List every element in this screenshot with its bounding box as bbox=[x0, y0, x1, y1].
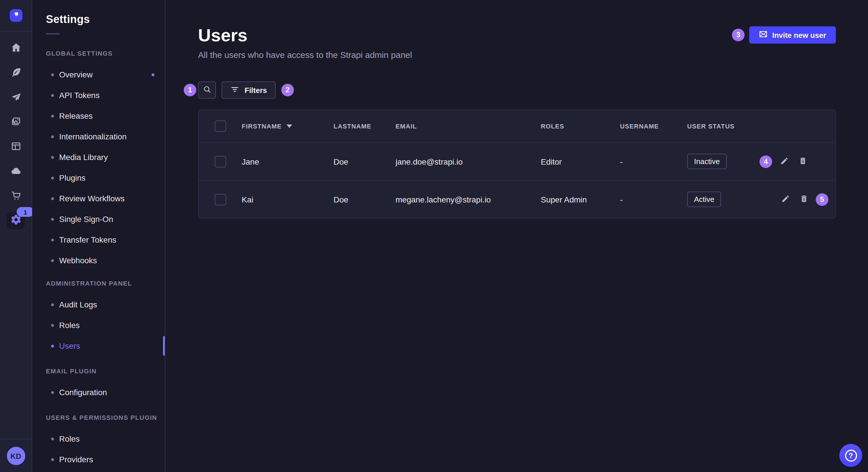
section-administration-panel: ADMINISTRATION PANEL bbox=[32, 280, 165, 287]
administration-panel-list: Audit Logs Roles Users bbox=[32, 294, 165, 356]
invite-row: 3 Invite new user bbox=[732, 26, 836, 43]
page-header: Users All the users who have access to t… bbox=[198, 0, 836, 60]
tour-badge-3[interactable]: 3 bbox=[732, 29, 745, 41]
invite-new-user-button[interactable]: Invite new user bbox=[749, 26, 836, 43]
rail-divider bbox=[0, 31, 32, 32]
pencil-icon bbox=[780, 156, 788, 167]
active-item-indicator bbox=[163, 336, 165, 356]
table-row[interactable]: Jane Doe jane.doe@strapi.io Editor - Ina… bbox=[198, 142, 835, 180]
sidebar-item-users[interactable]: Users bbox=[32, 336, 165, 356]
section-global-settings: GLOBAL SETTINGS bbox=[32, 50, 165, 57]
strapi-admin-app: 1 KD Settings GLOBAL SETTINGS Overview A… bbox=[0, 0, 868, 472]
nav-home-button[interactable] bbox=[10, 42, 22, 54]
row-checkbox[interactable] bbox=[215, 194, 226, 205]
rail-nav: 1 bbox=[7, 42, 25, 439]
filters-button[interactable]: Filters bbox=[222, 81, 276, 99]
column-header-user-status[interactable]: USER STATUS bbox=[687, 123, 753, 130]
sidebar-item-up-roles[interactable]: Roles bbox=[32, 429, 165, 449]
sidebar-item-configuration[interactable]: Configuration bbox=[32, 382, 165, 403]
cell-lastname: Doe bbox=[334, 195, 396, 204]
cell-roles: Editor bbox=[541, 157, 620, 166]
nav-releases-button[interactable] bbox=[10, 92, 22, 103]
main-nav-rail: 1 KD bbox=[0, 0, 32, 472]
table-row[interactable]: Kai Doe megane.lacheny@strapi.io Super A… bbox=[198, 180, 835, 218]
sidebar-item-releases[interactable]: Releases bbox=[32, 105, 165, 126]
row-checkbox[interactable] bbox=[215, 156, 226, 167]
sidebar-item-review-workflows[interactable]: Review Workflows bbox=[32, 188, 165, 209]
sidebar-item-transfer-tokens[interactable]: Transfer Tokens bbox=[32, 229, 165, 250]
search-icon bbox=[203, 85, 212, 96]
main-content: Users All the users who have access to t… bbox=[165, 0, 868, 472]
nav-marketplace-button[interactable] bbox=[10, 191, 22, 202]
nav-media-library-button[interactable] bbox=[10, 116, 22, 128]
sidebar-item-api-tokens[interactable]: API Tokens bbox=[32, 85, 165, 105]
pictures-icon bbox=[10, 115, 22, 129]
pencil-icon bbox=[781, 194, 789, 204]
tour-badge-4[interactable]: 4 bbox=[760, 155, 772, 168]
sidebar-item-media-library[interactable]: Media Library bbox=[32, 147, 165, 167]
delete-user-button[interactable] bbox=[796, 155, 809, 168]
delete-user-button[interactable] bbox=[797, 193, 810, 206]
sidebar-item-webhooks[interactable]: Webhooks bbox=[32, 250, 165, 271]
column-header-firstname[interactable]: FIRSTNAME bbox=[242, 123, 334, 130]
sidebar-item-admin-roles[interactable]: Roles bbox=[32, 315, 165, 336]
sidebar-item-providers[interactable]: Providers bbox=[32, 449, 165, 470]
layout-icon bbox=[10, 140, 22, 154]
tour-badge-1[interactable]: 1 bbox=[184, 84, 196, 96]
question-mark-icon: ? bbox=[845, 449, 857, 461]
status-badge: Active bbox=[687, 192, 721, 207]
strapi-logo[interactable] bbox=[9, 9, 22, 22]
settings-sidebar: Settings GLOBAL SETTINGS Overview API To… bbox=[32, 0, 165, 472]
nav-settings-button[interactable]: 1 bbox=[7, 212, 25, 229]
cloud-icon bbox=[10, 165, 22, 178]
cell-firstname: Kai bbox=[242, 195, 334, 204]
sidebar-item-plugins[interactable]: Plugins bbox=[32, 167, 165, 188]
section-users-permissions-plugin: USERS & PERMISSIONS PLUGIN bbox=[32, 414, 165, 421]
tour-badge-5[interactable]: 5 bbox=[816, 193, 828, 206]
bullet-icon bbox=[51, 176, 54, 179]
bullet-icon bbox=[51, 156, 54, 159]
nav-content-type-builder-button[interactable] bbox=[10, 141, 22, 153]
sidebar-item-audit-logs[interactable]: Audit Logs bbox=[32, 294, 165, 315]
edit-user-button[interactable] bbox=[778, 155, 790, 168]
search-button[interactable] bbox=[198, 81, 216, 99]
cell-username: - bbox=[620, 157, 687, 166]
sidebar-title-divider bbox=[46, 33, 60, 34]
help-button[interactable]: ? bbox=[839, 444, 862, 467]
page-subtitle: All the users who have access to the Str… bbox=[198, 50, 412, 60]
tour-badge-2[interactable]: 2 bbox=[281, 84, 294, 96]
user-avatar[interactable]: KD bbox=[7, 447, 25, 465]
quill-icon bbox=[10, 66, 22, 79]
bullet-icon bbox=[51, 458, 54, 461]
column-header-lastname[interactable]: LASTNAME bbox=[334, 123, 396, 130]
trash-icon bbox=[798, 156, 807, 167]
envelope-icon bbox=[759, 30, 768, 40]
column-header-roles[interactable]: ROLES bbox=[541, 123, 620, 130]
cell-lastname: Doe bbox=[334, 157, 396, 166]
bullet-icon bbox=[51, 238, 54, 241]
filter-icon bbox=[230, 85, 239, 96]
strapi-logo-icon bbox=[12, 10, 20, 21]
select-all-checkbox[interactable] bbox=[215, 121, 226, 132]
sidebar-item-internationalization[interactable]: Internationalization bbox=[32, 126, 165, 147]
users-table: FIRSTNAME LASTNAME EMAIL ROLES USERNAME … bbox=[198, 109, 836, 218]
bullet-icon bbox=[51, 135, 54, 138]
cell-email: megane.lacheny@strapi.io bbox=[396, 195, 541, 204]
status-badge: Inactive bbox=[687, 154, 727, 169]
email-plugin-list: Configuration bbox=[32, 382, 165, 403]
cart-icon bbox=[10, 190, 22, 203]
sidebar-item-overview[interactable]: Overview bbox=[32, 64, 165, 85]
toolbar: 1 Filters 2 bbox=[198, 81, 836, 99]
paper-plane-icon bbox=[10, 91, 22, 104]
sidebar-item-single-sign-on[interactable]: Single Sign-On bbox=[32, 209, 165, 229]
section-email-plugin: EMAIL PLUGIN bbox=[32, 368, 165, 374]
nav-content-manager-button[interactable] bbox=[10, 67, 22, 78]
column-header-username[interactable]: USERNAME bbox=[620, 123, 687, 130]
bullet-icon bbox=[51, 94, 54, 97]
nav-cloud-button[interactable] bbox=[10, 166, 22, 177]
cell-firstname: Jane bbox=[242, 157, 334, 166]
bullet-icon bbox=[51, 259, 54, 262]
edit-user-button[interactable] bbox=[779, 193, 792, 206]
bullet-icon bbox=[51, 324, 54, 327]
column-header-email[interactable]: EMAIL bbox=[396, 123, 541, 130]
